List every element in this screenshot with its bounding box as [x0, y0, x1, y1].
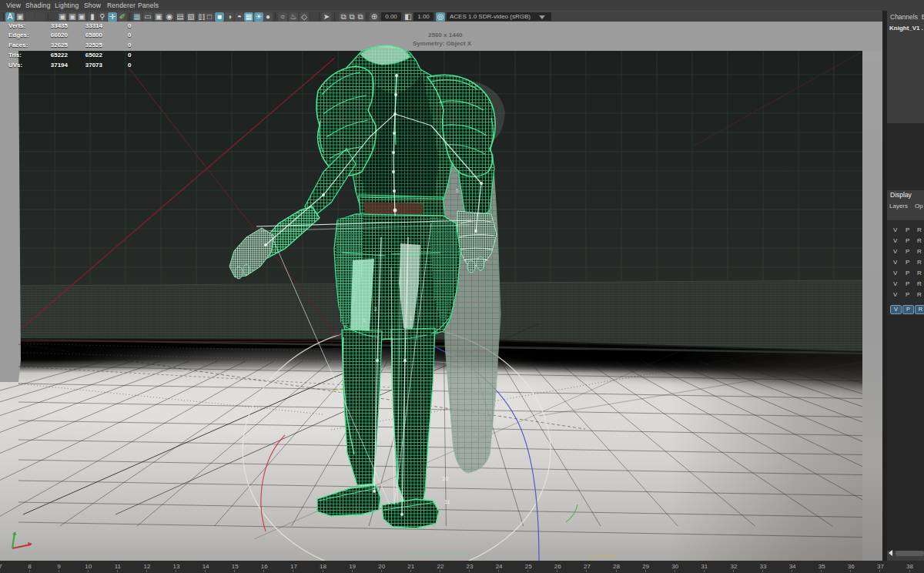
- svg-text:2560 x 1440: 2560 x 1440: [428, 32, 463, 39]
- svg-text:10: 10: [442, 475, 448, 482]
- svg-text:1: 1: [363, 317, 366, 323]
- svg-text:5: 5: [456, 188, 459, 193]
- svg-text:3D Pan/Zoom : camera1: 3D Pan/Zoom : camera1: [406, 550, 469, 557]
- svg-text:2: 2: [374, 307, 377, 312]
- svg-text:Symmetry: Object X: Symmetry: Object X: [413, 40, 472, 47]
- svg-text:1: 1: [410, 316, 413, 321]
- svg-text:11: 11: [444, 498, 450, 505]
